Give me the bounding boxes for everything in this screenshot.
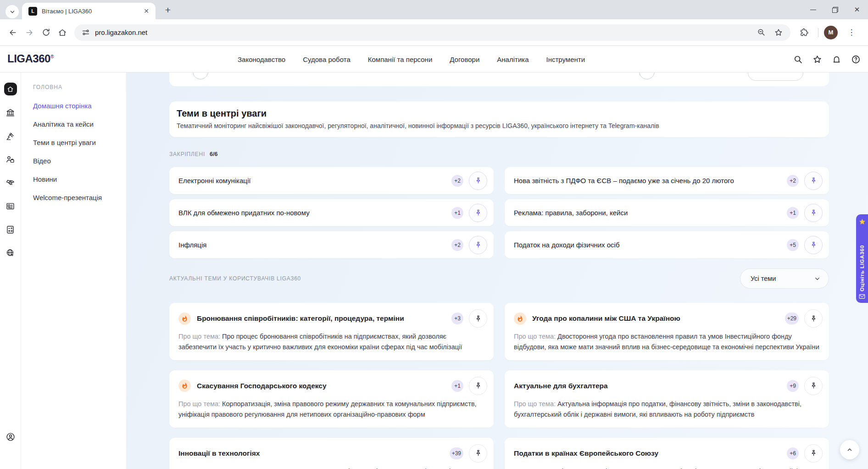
rail-calculator-button[interactable]: [4, 223, 17, 236]
nav-item-6[interactable]: Інструменти: [546, 56, 585, 63]
pinned-topic-title[interactable]: Електронні комунікації: [178, 177, 250, 184]
rail-home-button[interactable]: [4, 83, 17, 95]
pin-button[interactable]: [804, 377, 823, 395]
pinned-topic-card[interactable]: Нова звітність з ПДФО та ЄСВ – подаємо у…: [505, 167, 829, 194]
topic-card[interactable]: Податки в країнах Європейського Союзу +6…: [505, 438, 829, 469]
sidebar-item[interactable]: Аналітика та кейси: [33, 120, 102, 128]
unpin-button[interactable]: [804, 204, 823, 222]
nav-item-4[interactable]: Договори: [450, 56, 479, 63]
rail-court-button[interactable]: [4, 129, 17, 142]
registered-mark: ®: [50, 54, 54, 59]
scroll-to-top-button[interactable]: [840, 440, 859, 459]
profile-avatar[interactable]: M: [824, 26, 838, 39]
browser-menu-button[interactable]: ⋮: [843, 24, 860, 41]
topic-new-count-badge: +2: [787, 175, 799, 187]
help-icon[interactable]: [851, 55, 861, 64]
address-bar[interactable]: pro.ligazakon.net: [74, 24, 790, 41]
window-close-button[interactable]: ✕: [846, 0, 868, 19]
pin-icon: [474, 449, 482, 457]
topic-new-count-badge: +3: [451, 313, 463, 324]
rail-news-button[interactable]: [4, 200, 17, 212]
pinned-topic-title[interactable]: ВЛК для обмежено придатних по-новому: [178, 209, 310, 217]
sidebar-item[interactable]: Welcome-презентація: [33, 194, 102, 201]
bookmark-star-icon[interactable]: [774, 28, 783, 37]
topic-card[interactable]: Інновації в технологіях +39 Про що тема:…: [169, 438, 494, 469]
pinned-topics-grid: Електронні комунікації +2 Нова звітність…: [169, 167, 829, 258]
sidebar-item[interactable]: Теми в центрі уваги: [33, 139, 102, 146]
notifications-bell-icon[interactable]: [832, 55, 841, 64]
pin-button[interactable]: [469, 444, 487, 463]
topic-title[interactable]: Інновації в технологіях: [178, 449, 260, 458]
pinned-topic-title[interactable]: Інфляція: [178, 241, 206, 249]
pinned-topic-card[interactable]: ВЛК для обмежено придатних по-новому +1: [169, 199, 494, 226]
tab-search-button[interactable]: [6, 5, 19, 18]
chevron-down-icon: [814, 276, 820, 282]
topic-title[interactable]: Скасування Господарського кодексу: [197, 382, 327, 390]
pin-button[interactable]: [469, 309, 487, 328]
pinned-topic-card[interactable]: Реклама: правила, заборони, кейси +1: [505, 199, 829, 226]
rate-liga360-banner[interactable]: Оцініть LIGA360: [856, 214, 868, 303]
tab-close-icon[interactable]: ✕: [142, 7, 151, 15]
topic-title[interactable]: Бронювання співробітників: категорії, пр…: [197, 314, 404, 323]
window-restore-button[interactable]: [824, 0, 846, 19]
site-settings-icon[interactable]: [82, 28, 90, 37]
window-minimize-button[interactable]: [802, 0, 824, 19]
gavel-icon: [6, 131, 15, 141]
about-prefix: Про що тема:: [178, 400, 220, 408]
rail-global-button[interactable]: [4, 246, 17, 259]
bank-icon: [6, 108, 15, 117]
unpin-button[interactable]: [469, 172, 487, 190]
liga360-logo[interactable]: LIGA360®: [7, 52, 54, 65]
topic-card[interactable]: Бронювання співробітників: категорії, пр…: [169, 303, 494, 360]
nav-item-2[interactable]: Судова робота: [303, 56, 351, 63]
topic-card[interactable]: Актуальне для бухгалтера +9 Про що тема:…: [505, 370, 829, 428]
unpin-button[interactable]: [469, 204, 487, 222]
topics-filter-dropdown[interactable]: Усі теми: [740, 268, 829, 289]
pin-button[interactable]: [804, 309, 823, 328]
pin-button[interactable]: [804, 444, 823, 463]
about-prefix: Про що тема:: [514, 333, 556, 340]
browser-tab[interactable]: L Вітаємо | LIGA360 ✕: [22, 3, 156, 19]
sidebar-item[interactable]: Домашня сторінка: [33, 102, 102, 110]
rail-contracts-button[interactable]: [4, 176, 17, 189]
unpin-button[interactable]: [804, 172, 823, 190]
pinned-topic-title[interactable]: Податок на доходи фізичних осіб: [514, 241, 620, 249]
topic-card[interactable]: Угода про копалини між США та Україною +…: [505, 303, 829, 360]
home-button[interactable]: [54, 24, 71, 41]
pinned-topic-card[interactable]: Податок на доходи фізичних осіб +5: [505, 231, 829, 258]
pinned-topic-card[interactable]: Інфляція +2: [169, 231, 494, 258]
pin-icon: [810, 241, 818, 249]
pinned-topic-card[interactable]: Електронні комунікації +2: [169, 167, 494, 194]
topic-title[interactable]: Угода про копалини між США та Україною: [532, 314, 680, 323]
browser-window: L Вітаємо | LIGA360 ✕ + ✕ pro.ligazak: [0, 0, 868, 469]
header-icons: [793, 46, 861, 73]
back-button[interactable]: [5, 24, 21, 41]
nav-item-1[interactable]: Законодавство: [238, 56, 285, 63]
reload-button[interactable]: [38, 24, 54, 41]
search-icon[interactable]: [793, 55, 803, 64]
forward-button[interactable]: [21, 24, 38, 41]
partial-pill-button[interactable]: [748, 73, 803, 81]
pinned-topic-title[interactable]: Нова звітність з ПДФО та ЄСВ – подаємо у…: [514, 177, 734, 184]
sidebar-item[interactable]: Відео: [33, 157, 102, 165]
topic-title[interactable]: Податки в країнах Європейського Союзу: [514, 449, 658, 458]
account-icon[interactable]: [4, 430, 17, 443]
favorites-star-icon[interactable]: [812, 55, 822, 64]
nav-item-3[interactable]: Компанії та персони: [368, 56, 433, 63]
rail-legislation-button[interactable]: [4, 106, 17, 119]
nav-item-5[interactable]: Аналітика: [497, 56, 529, 63]
rail-companies-button[interactable]: [4, 153, 17, 166]
pin-button[interactable]: [469, 377, 487, 395]
unpin-button[interactable]: [804, 236, 823, 254]
topic-card[interactable]: Скасування Господарського кодексу +1 Про…: [169, 370, 494, 428]
url-text[interactable]: pro.ligazakon.net: [95, 28, 147, 36]
new-tab-button[interactable]: +: [161, 4, 174, 17]
pinned-topic-title[interactable]: Реклама: правила, заборони, кейси: [514, 209, 628, 217]
zoom-out-icon[interactable]: [757, 28, 766, 37]
extensions-button[interactable]: [796, 24, 812, 41]
chevron-up-icon: [846, 446, 853, 453]
topic-new-count-badge: +1: [451, 207, 463, 219]
topic-title[interactable]: Актуальне для бухгалтера: [514, 382, 608, 390]
sidebar-item[interactable]: Новини: [33, 175, 102, 183]
unpin-button[interactable]: [469, 236, 487, 254]
